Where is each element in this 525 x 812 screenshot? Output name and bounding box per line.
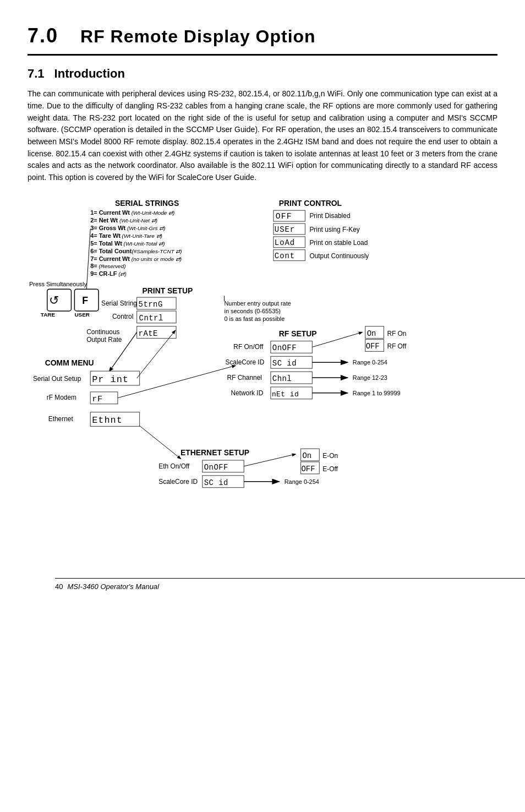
ethernet-setup-title: ETHERNET SETUP (181, 448, 249, 457)
svg-text:RF On: RF On (387, 329, 406, 337)
subsection-title: Introduction (54, 66, 125, 83)
print-setup-title: PRINT SETUP (143, 286, 193, 295)
rf-setup-title: RF SETUP (279, 329, 317, 337)
svg-text:Output Continuously: Output Continuously (309, 252, 369, 259)
svg-text:Range 0-254: Range 0-254 (285, 478, 319, 484)
svg-text:Cntrl: Cntrl (139, 313, 163, 322)
svg-text:E-Off: E-Off (322, 465, 338, 473)
svg-text:9= CR-LF (⇄): 9= CR-LF (⇄) (90, 270, 127, 277)
page-footer: 40 MSI-3460 Operator's Manual (55, 578, 525, 592)
svg-text:On: On (302, 451, 311, 460)
svg-line-45 (312, 332, 362, 347)
svg-text:OnOFF: OnOFF (272, 344, 297, 352)
svg-text:USER: USER (74, 312, 90, 318)
manual-title: MSI-3460 Operator's Manual (67, 582, 159, 592)
svg-text:0 is as fast as possible: 0 is as fast as possible (224, 315, 285, 321)
svg-text:rF: rF (92, 394, 103, 403)
svg-text:SC id: SC id (272, 359, 297, 368)
page-number: 40 (55, 582, 63, 592)
svg-text:Serial String: Serial String (101, 299, 137, 307)
svg-text:RF Channel: RF Channel (227, 374, 262, 382)
svg-text:E-On: E-On (322, 452, 338, 460)
diagram-svg: SERIAL STRINGS 1= Current Wt (Wt-Unit-Mo… (28, 195, 497, 569)
svg-text:Cont: Cont (275, 251, 295, 260)
svg-text:OFF: OFF (276, 212, 292, 221)
svg-text:Number entry output rate: Number entry output rate (224, 300, 291, 307)
svg-text:Ethernet: Ethernet (48, 415, 74, 423)
svg-text:OnOFF: OnOFF (204, 463, 228, 472)
svg-text:Output Rate: Output Rate (86, 335, 122, 343)
svg-text:USEr: USEr (275, 225, 295, 234)
svg-line-95 (86, 229, 90, 289)
svg-text:Control: Control (112, 312, 133, 320)
print-control-title: PRINT CONTROL (279, 199, 342, 208)
svg-text:Range 12-23: Range 12-23 (353, 374, 387, 381)
svg-text:2= Net Wt (Wt-Unit-Net ⇄): 2= Net Wt (Wt-Unit-Net ⇄) (90, 217, 157, 224)
svg-text:ScaleCore ID: ScaleCore ID (158, 477, 198, 485)
svg-line-79 (244, 454, 295, 466)
svg-text:6= Total Count(#Samples-TCNT ⇄: 6= Total Count(#Samples-TCNT ⇄) (90, 247, 182, 254)
svg-text:4= Tare Wt (Wt-Unit-Tare ⇄): 4= Tare Wt (Wt-Unit-Tare ⇄) (90, 232, 162, 239)
svg-text:OFF: OFF (302, 465, 315, 473)
svg-text:rAtE: rAtE (139, 329, 158, 337)
section-title: RF Remote Display Option (80, 24, 316, 49)
page-header: 7.0 RF Remote Display Option (28, 22, 497, 56)
section-number: 7.0 (28, 22, 58, 50)
svg-text:Print Disabled: Print Disabled (309, 212, 350, 220)
svg-text:8= (Reserved): 8= (Reserved) (90, 263, 125, 269)
subsection-header: 7.1 Introduction (28, 66, 497, 83)
svg-text:Eth On/Off: Eth On/Off (158, 462, 190, 470)
svg-text:Print using F-Key: Print using F-Key (309, 226, 359, 233)
svg-text:3= Gross Wt (Wt-Unit-Grs ⇄): 3= Gross Wt (Wt-Unit-Grs ⇄) (90, 225, 165, 231)
svg-text:1= Current Wt (Wt-Unit-Mode ⇄): 1= Current Wt (Wt-Unit-Mode ⇄) (90, 209, 174, 216)
svg-text:LoAd: LoAd (275, 238, 295, 247)
diagram-area: SERIAL STRINGS 1= Current Wt (Wt-Unit-Mo… (28, 195, 497, 569)
svg-text:ScaleCore ID: ScaleCore ID (225, 358, 264, 366)
svg-text:nEt id: nEt id (272, 390, 299, 399)
svg-text:Serial Out Setup: Serial Out Setup (33, 375, 81, 383)
svg-text:OFF: OFF (366, 342, 380, 351)
svg-text:5= Total Wt (Wt-Unit-Total ⇄): 5= Total Wt (Wt-Unit-Total ⇄) (90, 239, 165, 246)
svg-text:F: F (82, 295, 88, 306)
intro-text: The can communicate with peripheral devi… (28, 88, 497, 184)
svg-text:Network ID: Network ID (231, 389, 263, 397)
diagram-svg-wrapper: SERIAL STRINGS 1= Current Wt (Wt-Unit-Mo… (28, 195, 497, 569)
svg-text:Print on stable Load: Print on stable Load (309, 238, 368, 246)
svg-text:Ethnt: Ethnt (92, 415, 123, 426)
svg-text:RF On/Off: RF On/Off (233, 343, 264, 351)
svg-text:SC id: SC id (204, 478, 228, 487)
svg-text:TARE: TARE (41, 312, 56, 318)
serial-strings-title: SERIAL STRINGS (115, 199, 179, 208)
svg-text:Chnl: Chnl (272, 374, 292, 383)
svg-text:in seconds (0-65535): in seconds (0-65535) (224, 308, 280, 314)
svg-text:rF Modem: rF Modem (47, 393, 76, 401)
svg-line-87 (140, 426, 181, 459)
svg-text:5trnG: 5trnG (139, 300, 163, 309)
svg-text:Continuous: Continuous (86, 328, 119, 335)
svg-text:Pr int: Pr int (92, 374, 129, 385)
svg-text:↺: ↺ (49, 293, 59, 307)
svg-text:Press Simultaneously: Press Simultaneously (29, 281, 87, 287)
comm-menu-title: COMM MENU (45, 358, 94, 367)
svg-text:RF Off: RF Off (387, 342, 407, 350)
svg-text:Range 0-254: Range 0-254 (353, 359, 387, 366)
svg-text:7= Current Wt (no units or mod: 7= Current Wt (no units or mode ⇄) (90, 255, 182, 261)
subsection-number: 7.1 (28, 66, 45, 83)
svg-text:Range 1 to 99999: Range 1 to 99999 (353, 390, 401, 396)
svg-text:On: On (367, 329, 376, 337)
